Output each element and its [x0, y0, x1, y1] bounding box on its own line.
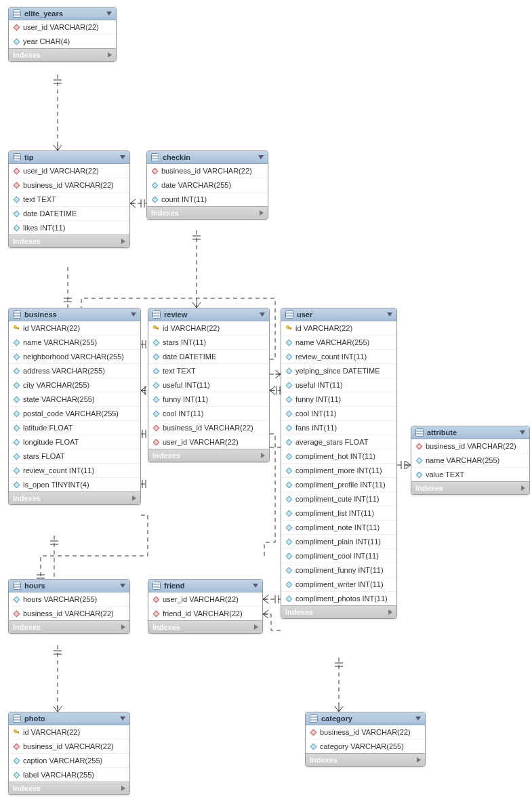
- chevron-down-icon[interactable]: [387, 312, 392, 317]
- column-row[interactable]: neighborhood VARCHAR(255): [9, 350, 140, 364]
- chevron-down-icon[interactable]: [131, 312, 136, 317]
- entity-header[interactable]: user: [281, 308, 396, 321]
- column-row[interactable]: business_id VARCHAR(22): [9, 607, 129, 620]
- column-row[interactable]: compliment_cute INT(11): [281, 492, 396, 506]
- column-row[interactable]: year CHAR(4): [9, 35, 116, 48]
- column-row[interactable]: category VARCHAR(255): [306, 740, 425, 753]
- chevron-down-icon[interactable]: [415, 716, 421, 721]
- chevron-right-icon[interactable]: [121, 239, 125, 244]
- column-row[interactable]: date DATETIME: [9, 207, 129, 221]
- chevron-right-icon[interactable]: [261, 453, 265, 458]
- column-row[interactable]: user_id VARCHAR(22): [148, 435, 269, 449]
- chevron-down-icon[interactable]: [260, 312, 265, 317]
- entity-header[interactable]: attribute: [411, 426, 529, 439]
- column-row[interactable]: user_id VARCHAR(22): [9, 20, 116, 35]
- column-row[interactable]: compliment_plain INT(11): [281, 535, 396, 549]
- column-row[interactable]: business_id VARCHAR(22): [411, 439, 529, 453]
- indexes-section[interactable]: Indexes: [9, 782, 129, 794]
- indexes-section[interactable]: Indexes: [148, 620, 262, 633]
- column-row[interactable]: text TEXT: [148, 364, 269, 378]
- chevron-right-icon[interactable]: [121, 624, 125, 630]
- entity-header[interactable]: hours: [9, 580, 129, 592]
- column-row[interactable]: caption VARCHAR(255): [9, 754, 129, 768]
- entity-photo[interactable]: photoid VARCHAR(22)business_id VARCHAR(2…: [8, 712, 130, 795]
- indexes-section[interactable]: Indexes: [9, 235, 129, 247]
- entity-header[interactable]: checkin: [147, 151, 268, 164]
- chevron-right-icon[interactable]: [260, 210, 264, 216]
- entity-tip[interactable]: tipuser_id VARCHAR(22)business_id VARCHA…: [8, 150, 130, 248]
- indexes-section[interactable]: Indexes: [9, 48, 116, 61]
- indexes-section[interactable]: Indexes: [9, 620, 129, 633]
- column-row[interactable]: cool INT(11): [281, 407, 396, 421]
- column-row[interactable]: city VARCHAR(255): [9, 378, 140, 392]
- column-row[interactable]: date DATETIME: [148, 350, 269, 364]
- entity-review[interactable]: reviewid VARCHAR(22)stars INT(11)date DA…: [148, 308, 270, 462]
- entity-checkin[interactable]: checkinbusiness_id VARCHAR(22)date VARCH…: [146, 150, 268, 220]
- column-row[interactable]: text TEXT: [9, 193, 129, 207]
- column-row[interactable]: user_id VARCHAR(22): [148, 592, 262, 607]
- entity-friend[interactable]: frienduser_id VARCHAR(22)friend_id VARCH…: [148, 579, 263, 634]
- column-row[interactable]: name VARCHAR(255): [9, 336, 140, 350]
- column-row[interactable]: cool INT(11): [148, 407, 269, 421]
- column-row[interactable]: compliment_cool INT(11): [281, 549, 396, 563]
- column-row[interactable]: review_count INT(11): [9, 464, 140, 478]
- column-row[interactable]: value TEXT: [411, 468, 529, 481]
- column-row[interactable]: name VARCHAR(255): [411, 453, 529, 468]
- chevron-right-icon[interactable]: [388, 609, 392, 615]
- column-row[interactable]: compliment_profile INT(11): [281, 478, 396, 492]
- column-row[interactable]: friend_id VARCHAR(22): [148, 607, 262, 620]
- entity-header[interactable]: category: [306, 712, 425, 725]
- column-row[interactable]: compliment_list INT(11): [281, 506, 396, 521]
- column-row[interactable]: id VARCHAR(22): [9, 321, 140, 336]
- column-row[interactable]: yelping_since DATETIME: [281, 364, 396, 378]
- column-row[interactable]: latitude FLOAT: [9, 421, 140, 435]
- entity-header[interactable]: business: [9, 308, 140, 321]
- column-row[interactable]: id VARCHAR(22): [281, 321, 396, 336]
- chevron-down-icon[interactable]: [253, 584, 258, 588]
- column-row[interactable]: count INT(11): [147, 193, 268, 206]
- entity-hours[interactable]: hourshours VARCHAR(255)business_id VARCH…: [8, 579, 130, 634]
- column-row[interactable]: compliment_more INT(11): [281, 464, 396, 478]
- column-row[interactable]: compliment_writer INT(11): [281, 578, 396, 592]
- indexes-section[interactable]: Indexes: [148, 449, 269, 462]
- indexes-section[interactable]: Indexes: [147, 206, 268, 219]
- column-row[interactable]: address VARCHAR(255): [9, 364, 140, 378]
- entity-category[interactable]: categorybusiness_id VARCHAR(22)category …: [305, 712, 426, 767]
- entity-elite_years[interactable]: elite_yearsuser_id VARCHAR(22)year CHAR(…: [8, 7, 117, 62]
- column-row[interactable]: compliment_hot INT(11): [281, 449, 396, 464]
- column-row[interactable]: review_count INT(11): [281, 350, 396, 364]
- column-row[interactable]: stars FLOAT: [9, 449, 140, 464]
- chevron-right-icon[interactable]: [132, 496, 136, 501]
- indexes-section[interactable]: Indexes: [281, 605, 396, 618]
- column-row[interactable]: funny INT(11): [148, 392, 269, 407]
- chevron-down-icon[interactable]: [120, 716, 125, 721]
- column-row[interactable]: average_stars FLOAT: [281, 435, 396, 449]
- entity-header[interactable]: review: [148, 308, 269, 321]
- column-row[interactable]: business_id VARCHAR(22): [9, 178, 129, 193]
- column-row[interactable]: user_id VARCHAR(22): [9, 164, 129, 178]
- column-row[interactable]: business_id VARCHAR(22): [148, 421, 269, 435]
- column-row[interactable]: funny INT(11): [281, 392, 396, 407]
- entity-header[interactable]: elite_years: [9, 7, 116, 20]
- column-row[interactable]: business_id VARCHAR(22): [147, 164, 268, 178]
- entity-header[interactable]: tip: [9, 151, 129, 164]
- column-row[interactable]: postal_code VARCHAR(255): [9, 407, 140, 421]
- column-row[interactable]: useful INT(11): [281, 378, 396, 392]
- chevron-down-icon[interactable]: [520, 430, 525, 435]
- column-row[interactable]: id VARCHAR(22): [148, 321, 269, 336]
- column-row[interactable]: name VARCHAR(255): [281, 336, 396, 350]
- indexes-section[interactable]: Indexes: [411, 481, 529, 494]
- chevron-down-icon[interactable]: [258, 155, 264, 159]
- column-row[interactable]: date VARCHAR(255): [147, 178, 268, 193]
- column-row[interactable]: compliment_funny INT(11): [281, 563, 396, 578]
- entity-header[interactable]: photo: [9, 712, 129, 725]
- entity-header[interactable]: friend: [148, 580, 262, 592]
- indexes-section[interactable]: Indexes: [9, 491, 140, 504]
- chevron-down-icon[interactable]: [120, 584, 125, 588]
- column-row[interactable]: useful INT(11): [148, 378, 269, 392]
- column-row[interactable]: id VARCHAR(22): [9, 725, 129, 740]
- chevron-right-icon[interactable]: [254, 624, 258, 630]
- chevron-right-icon[interactable]: [108, 52, 112, 58]
- column-row[interactable]: state VARCHAR(255): [9, 392, 140, 407]
- column-row[interactable]: compliment_note INT(11): [281, 521, 396, 535]
